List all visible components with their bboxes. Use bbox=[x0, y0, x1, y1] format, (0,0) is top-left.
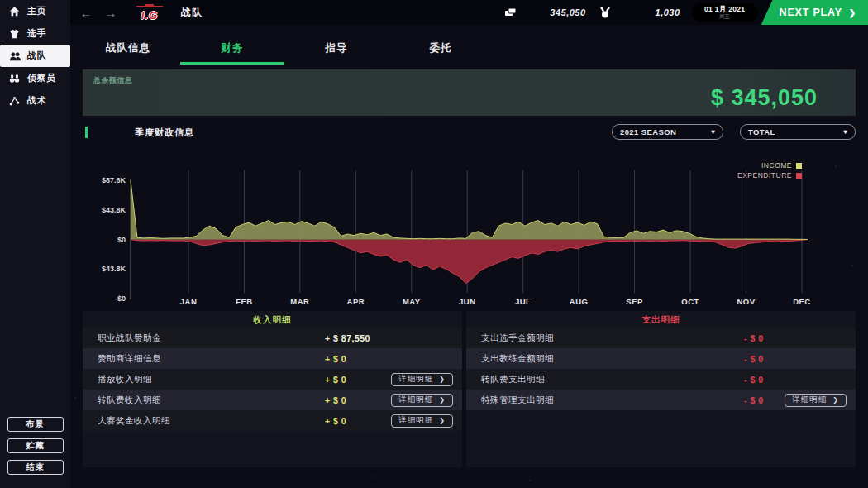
detail-button[interactable]: 详细明细❯ bbox=[391, 394, 453, 407]
income_table-title: 收入明细 bbox=[83, 311, 462, 328]
svg-text:MAR: MAR bbox=[290, 297, 309, 306]
sidebar-item-label: 选手 bbox=[27, 27, 46, 40]
money-icon bbox=[503, 6, 518, 19]
season-dropdown[interactable]: 2021 SEASON ▾ bbox=[612, 124, 723, 140]
row-label: 播放收入明细 bbox=[98, 374, 325, 385]
binoculars-icon bbox=[8, 72, 22, 85]
tactics-icon bbox=[8, 94, 22, 108]
row-label: 职业战队赞助金 bbox=[98, 333, 325, 344]
sidebar-item-战术[interactable]: 战术 bbox=[0, 89, 70, 112]
row-value: + $ 0 bbox=[325, 395, 391, 405]
row-value: + $ 0 bbox=[325, 354, 453, 364]
home-icon bbox=[8, 5, 22, 18]
tab-指导[interactable]: 指导 bbox=[284, 33, 389, 65]
balance-label: 总余额信息 bbox=[93, 75, 133, 86]
detail-button-label: 详细明细 bbox=[398, 374, 433, 385]
svg-text:INCOME: INCOME bbox=[761, 161, 792, 170]
income-table: 收入明细职业战队赞助金+ $ 87,550赞助商详细信息+ $ 0播放收入明细+… bbox=[83, 311, 462, 467]
svg-text:APR: APR bbox=[347, 297, 365, 306]
svg-text:SEP: SEP bbox=[626, 297, 643, 306]
finance-section-title: 季度财政信息 bbox=[135, 127, 194, 139]
logo-banner-decoration bbox=[136, 6, 163, 9]
finance-chart: $87.6K$43.8K$0$43.8K-$0JANFEBMARAPRMAYJU… bbox=[83, 146, 856, 309]
season-dropdown-value: 2021 SEASON bbox=[620, 127, 676, 136]
sidebar-item-label: 战术 bbox=[27, 94, 46, 107]
app-screen: 主页选手战队侦察员战术 布景贮藏结束 ← → I.G 战队 345,050 1,… bbox=[0, 0, 868, 488]
medal-icon bbox=[598, 6, 613, 19]
svg-text:$43.8K: $43.8K bbox=[102, 206, 126, 214]
row-label: 转队费支出明细 bbox=[481, 374, 744, 385]
sidebar-nav: 主页选手战队侦察员战术 bbox=[0, 0, 70, 112]
table-row: 赞助商详细信息+ $ 0 bbox=[83, 348, 462, 369]
detail-button-label: 详细明细 bbox=[398, 415, 433, 426]
svg-text:AUG: AUG bbox=[570, 297, 589, 306]
sidebar-button-布景[interactable]: 布景 bbox=[7, 417, 64, 432]
balance-banner: 总余额信息 $ 345,050 bbox=[83, 69, 856, 116]
table-row: 播放收入明细+ $ 0详细明细❯ bbox=[83, 369, 462, 390]
svg-text:OCT: OCT bbox=[681, 297, 699, 306]
table-row: 特殊管理支出明细- $ 0详细明细❯ bbox=[466, 390, 856, 410]
table-row: 支出教练金额明细- $ 0 bbox=[466, 348, 856, 369]
section-accent-bar bbox=[85, 127, 88, 138]
sidebar-item-侦察员[interactable]: 侦察员 bbox=[0, 67, 70, 89]
tab-战队信息[interactable]: 战队信息 bbox=[76, 33, 180, 65]
detail-button-label: 详细明细 bbox=[398, 395, 433, 405]
svg-text:JUL: JUL bbox=[515, 297, 531, 306]
date-weekday: 周五 bbox=[692, 13, 758, 19]
svg-text:JAN: JAN bbox=[180, 297, 198, 306]
sidebar-item-label: 主页 bbox=[27, 5, 46, 17]
sidebar: 主页选手战队侦察员战术 布景贮藏结束 bbox=[0, 0, 70, 488]
row-label: 支出教练金额明细 bbox=[481, 353, 744, 365]
table-row: 支出选手金额明细- $ 0 bbox=[466, 328, 856, 348]
logo-text: I.G bbox=[131, 10, 168, 21]
date-display: 01 1月 2021 周五 bbox=[692, 3, 758, 22]
chevron-right-icon: ❯ bbox=[439, 376, 446, 383]
sidebar-button-贮藏[interactable]: 贮藏 bbox=[7, 438, 64, 453]
topbar: ← → I.G 战队 345,050 1,030 01 1月 2021 周五 N… bbox=[70, 0, 868, 25]
row-label: 支出选手金额明细 bbox=[481, 333, 744, 344]
row-value: - $ 0 bbox=[744, 354, 847, 364]
expense-table: 支出明细支出选手金额明细- $ 0支出教练金额明细- $ 0转队费支出明细- $… bbox=[466, 311, 856, 467]
tab-财务[interactable]: 财务 bbox=[180, 33, 284, 65]
sidebar-button-结束[interactable]: 结束 bbox=[7, 460, 64, 475]
total-dropdown[interactable]: TOTAL ▾ bbox=[740, 124, 856, 140]
svg-text:EXPENDITURE: EXPENDITURE bbox=[737, 171, 792, 179]
svg-text:NOV: NOV bbox=[737, 297, 755, 306]
next-play-label: NEXT PLAY bbox=[780, 7, 842, 18]
total-dropdown-value: TOTAL bbox=[748, 127, 775, 136]
forward-button[interactable]: → bbox=[102, 6, 120, 20]
chevron-right-icon: ❯ bbox=[832, 396, 839, 404]
sidebar-item-选手[interactable]: 选手 bbox=[0, 22, 70, 45]
detail-button[interactable]: 详细明细❯ bbox=[391, 373, 453, 386]
detail-button[interactable]: 详细明细❯ bbox=[391, 414, 453, 428]
row-label: 赞助商详细信息 bbox=[98, 353, 325, 365]
next-play-button[interactable]: NEXT PLAY ❯ bbox=[761, 0, 868, 25]
table-row: 转队费收入明细+ $ 0详细明细❯ bbox=[83, 390, 462, 410]
row-value: - $ 0 bbox=[744, 375, 847, 385]
svg-text:-$0: -$0 bbox=[115, 294, 126, 303]
sidebar-item-战队[interactable]: 战队 bbox=[0, 45, 70, 67]
page-title: 战队 bbox=[181, 6, 203, 20]
sidebar-item-主页[interactable]: 主页 bbox=[0, 0, 70, 22]
table-row: 转队费支出明细- $ 0 bbox=[466, 369, 856, 390]
medal-balance: 1,030 bbox=[613, 7, 680, 17]
back-button[interactable]: ← bbox=[77, 6, 95, 20]
svg-text:FEB: FEB bbox=[236, 297, 253, 306]
balance-amount: $ 345,050 bbox=[711, 85, 818, 111]
row-label: 转队费收入明细 bbox=[98, 395, 325, 406]
row-label: 大赛奖金收入明细 bbox=[98, 415, 325, 427]
svg-text:$43.8K: $43.8K bbox=[102, 265, 126, 273]
detail-button-label: 详细明细 bbox=[792, 395, 827, 405]
expense_table-title: 支出明细 bbox=[466, 311, 856, 328]
sidebar-bottom-buttons: 布景贮藏结束 bbox=[0, 417, 70, 481]
tab-委托[interactable]: 委托 bbox=[389, 33, 493, 65]
chevron-right-icon: ❯ bbox=[849, 8, 856, 17]
date-value: 01 1月 2021 bbox=[692, 6, 758, 13]
svg-text:DEC: DEC bbox=[793, 297, 811, 306]
row-value: + $ 87,550 bbox=[325, 333, 453, 343]
row-value: - $ 0 bbox=[744, 333, 847, 343]
row-value: + $ 0 bbox=[325, 416, 391, 426]
svg-text:$87.6K: $87.6K bbox=[102, 176, 126, 184]
detail-button[interactable]: 详细明细❯ bbox=[785, 394, 847, 407]
team-logo: I.G bbox=[131, 4, 168, 21]
